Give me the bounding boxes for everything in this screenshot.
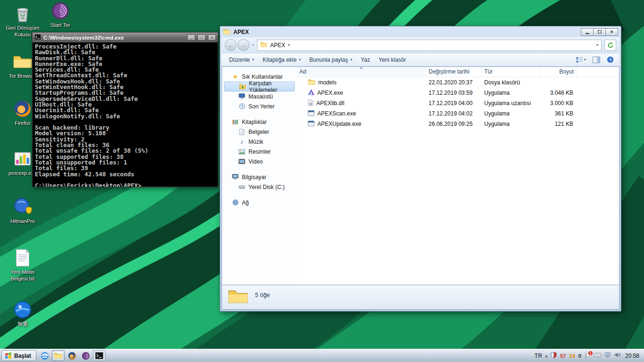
music-note-icon: ♪ bbox=[238, 138, 246, 145]
sidebar-item-label: Resimler bbox=[248, 148, 271, 155]
desktop-icon-label: Firefox bbox=[15, 120, 31, 127]
av-count-unsafe: 57 bbox=[560, 353, 566, 359]
breadcrumb-chevron-icon[interactable]: ▾ bbox=[288, 43, 290, 47]
recent-pages-chevron-icon[interactable]: ▾ bbox=[252, 43, 254, 47]
desktop: Geri Dönüşüm Kutusu Start Tor Tor Browse… bbox=[0, 0, 644, 362]
taskbar-tor-browser[interactable] bbox=[79, 350, 92, 361]
maximize-icon: □ bbox=[200, 35, 203, 40]
desktop-icon-text-file[interactable]: Yeni Metin Belgesi.txt bbox=[3, 248, 42, 282]
antivirus-shield-icon[interactable] bbox=[551, 352, 557, 360]
sidebar-item-recent-places[interactable]: Son Yerler bbox=[222, 101, 297, 111]
file-date: 17.12.2019 04:00 bbox=[426, 100, 481, 107]
refresh-button[interactable] bbox=[604, 40, 616, 51]
file-row-apex-exe[interactable]: APEX.exe 17.12.2019 03:59 Uygulama 3.046… bbox=[297, 88, 619, 98]
cmd-titlebar[interactable]: C:\Windows\system32\cmd.exe _ □ × bbox=[33, 33, 218, 42]
taskbar-cmd[interactable] bbox=[93, 350, 106, 361]
column-header-date[interactable]: Değiştirme tarihi bbox=[426, 67, 481, 77]
sidebar-group-libraries[interactable]: Kitaplıklar bbox=[222, 117, 297, 127]
folder-icon bbox=[13, 52, 33, 72]
sidebar-group-computer[interactable]: Bilgisayar bbox=[222, 172, 297, 182]
maximize-button[interactable] bbox=[593, 28, 606, 36]
sidebar-item-pictures[interactable]: Resimler bbox=[222, 147, 297, 156]
keyboard-icon[interactable] bbox=[594, 353, 601, 359]
refresh-icon bbox=[607, 42, 614, 49]
file-row-models[interactable]: models 22.01.2020 20:37 Dosya klasörü bbox=[297, 77, 619, 88]
taskbar-explorer[interactable] bbox=[52, 350, 65, 361]
file-name: APEXlib.dll bbox=[316, 100, 344, 107]
dll-file-icon bbox=[308, 99, 314, 107]
sidebar-item-downloads[interactable]: Karşıdan Yüklemeler bbox=[224, 82, 295, 91]
desktop-icon-label: Start Tor bbox=[50, 22, 70, 29]
taskbar-firefox[interactable] bbox=[66, 350, 78, 361]
breadcrumb[interactable]: APEX bbox=[270, 42, 285, 49]
desktop-icon-zhiliang[interactable]: 智量 bbox=[3, 300, 42, 328]
toolbar-item-label: Yeni klasör bbox=[379, 57, 406, 63]
toolbar-kitapliga-ekle[interactable]: Kitaplığa ekle▾ bbox=[259, 55, 305, 65]
sidebar-item-local-disk-c[interactable]: Yerel Disk (C:) bbox=[222, 182, 297, 192]
desktop-icon-start-tor[interactable]: Start Tor bbox=[41, 1, 80, 29]
close-button[interactable]: × bbox=[208, 34, 216, 41]
preview-pane-button[interactable] bbox=[591, 56, 602, 64]
zhiliang-icon bbox=[13, 300, 33, 320]
explorer-window[interactable]: APEX × ← → ▾ APEX ▾ ▾ bbox=[220, 26, 621, 312]
desktop-icon-hitmanpro[interactable]: HitmanPro bbox=[3, 197, 42, 225]
column-header-name[interactable]: Ad bbox=[297, 67, 426, 77]
start-tor-icon bbox=[50, 1, 70, 21]
file-row-apexscan-exe[interactable]: APEXScan.exe 17.12.2019 04:02 Uygulama 3… bbox=[297, 108, 619, 119]
toolbar-duzenle[interactable]: Düzenle▾ bbox=[225, 55, 258, 65]
toolbar-item-label: Kitaplığa ekle bbox=[263, 57, 297, 63]
taskbar-clock[interactable]: 20:58 bbox=[625, 353, 639, 359]
volume-icon[interactable] bbox=[614, 352, 620, 359]
hidden-icons-chevron-icon[interactable]: ▴ bbox=[545, 354, 548, 358]
back-button[interactable]: ← bbox=[225, 39, 237, 51]
cmd-window[interactable]: C:\Windows\system32\cmd.exe _ □ × Proces… bbox=[32, 32, 218, 187]
firefox-icon bbox=[68, 352, 76, 360]
action-center-flag[interactable]: 1 bbox=[585, 353, 591, 359]
sidebar-item-label: Video bbox=[248, 158, 263, 165]
windows-flag-icon bbox=[5, 352, 12, 360]
explorer-titlebar[interactable]: APEX × bbox=[222, 26, 619, 37]
file-row-apexlib-dll[interactable]: APEXlib.dll 17.12.2019 04:00 Uygulama uz… bbox=[297, 98, 619, 108]
sidebar-item-video[interactable]: Video bbox=[222, 156, 297, 166]
navigation-pane: ★ Sık Kullanılanlar Karşıdan Yüklemeler … bbox=[222, 67, 297, 285]
minimize-button[interactable]: _ bbox=[187, 34, 195, 41]
file-name: models bbox=[318, 79, 337, 86]
application-window-icon bbox=[308, 110, 314, 117]
toolbar-yaz[interactable]: Yaz bbox=[357, 55, 374, 65]
toolbar-bununla-paylas[interactable]: Bununla paylaş▾ bbox=[305, 55, 356, 65]
start-button[interactable]: Başlat bbox=[1, 350, 36, 361]
views-icon bbox=[576, 57, 583, 63]
sidebar-item-music[interactable]: ♪ Müzik bbox=[222, 137, 297, 147]
file-date: 26.06.2019 09:25 bbox=[426, 121, 481, 127]
change-view-button[interactable]: ▾ bbox=[574, 56, 588, 64]
close-button[interactable]: × bbox=[605, 28, 618, 36]
close-icon: × bbox=[610, 29, 613, 34]
minimize-button[interactable] bbox=[581, 28, 594, 36]
language-indicator[interactable]: TR bbox=[535, 353, 542, 359]
sidebar-item-documents[interactable]: Belgeler bbox=[222, 127, 297, 137]
desktop-icon-label: HitmanPro bbox=[10, 218, 35, 225]
network-globe-icon bbox=[231, 199, 239, 206]
libraries-icon bbox=[231, 119, 239, 125]
column-header-size[interactable]: Boyut bbox=[541, 67, 577, 77]
cmd-output-area[interactable]: ProcessInject.dll: Safe RawDisk.dll: Saf… bbox=[33, 42, 218, 187]
file-date: 22.01.2020 20:37 bbox=[426, 79, 481, 86]
sort-ascending-icon bbox=[359, 67, 363, 69]
maximize-button[interactable]: □ bbox=[198, 34, 206, 41]
help-button[interactable]: ? bbox=[605, 55, 616, 64]
network-icon[interactable] bbox=[604, 352, 611, 359]
desktop-icon-label: 智量 bbox=[17, 321, 28, 328]
taskbar-internet-explorer[interactable] bbox=[38, 350, 51, 361]
forward-button[interactable]: → bbox=[238, 39, 249, 51]
document-icon bbox=[238, 129, 246, 135]
sidebar-group-network[interactable]: Ağ bbox=[222, 197, 297, 207]
file-row-apexupdate-exe[interactable]: APEXUpdate.exe 26.06.2019 09:25 Uygulama… bbox=[297, 119, 619, 129]
chevron-down-icon: ▾ bbox=[299, 58, 301, 62]
sidebar-group-label: Bilgisayar bbox=[242, 174, 266, 181]
toolbar-yeni-klasor[interactable]: Yeni klasör bbox=[375, 55, 410, 65]
file-list: Ad Değiştirme tarihi Tür Boyut models 22… bbox=[297, 67, 619, 285]
column-header-type[interactable]: Tür bbox=[481, 67, 541, 77]
address-bar[interactable]: APEX ▾ ▾ bbox=[257, 40, 602, 51]
back-arrow-icon: ← bbox=[228, 41, 234, 49]
address-history-chevron-icon[interactable]: ▾ bbox=[596, 43, 598, 47]
